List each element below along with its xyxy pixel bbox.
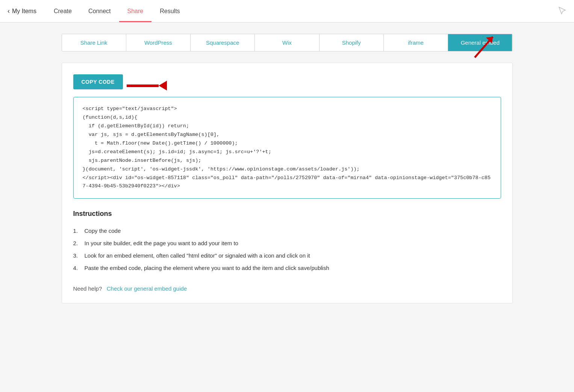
tab-share-link[interactable]: Share Link <box>62 34 126 51</box>
top-navigation: ‹ My Items Create Connect Share Results <box>0 0 574 23</box>
tab-wix[interactable]: Wix <box>255 34 319 51</box>
need-help-section: Need help? Check our general embed guide <box>73 285 501 292</box>
tabs-row: Share Link WordPress Squarespace Wix Sho… <box>62 34 513 51</box>
back-arrow-icon: ‹ <box>8 7 10 15</box>
copy-code-section: COPY CODE <box>73 74 501 97</box>
instructions-list: 1. Copy the code 2. In your site builder… <box>73 225 501 274</box>
copy-code-button[interactable]: COPY CODE <box>73 74 123 89</box>
list-item: 1. Copy the code <box>73 225 501 237</box>
cursor-icon <box>557 6 566 17</box>
back-to-my-items[interactable]: ‹ My Items <box>8 7 36 15</box>
nav-item-create[interactable]: Create <box>45 0 80 22</box>
embed-code-box: <script type="text/javascript"> (functio… <box>73 97 501 199</box>
tab-squarespace[interactable]: Squarespace <box>191 34 255 51</box>
nav-item-share[interactable]: Share <box>119 0 152 22</box>
left-arrow-annotation <box>127 81 167 90</box>
instructions-section: Instructions 1. Copy the code 2. In your… <box>73 210 501 274</box>
instructions-title: Instructions <box>73 210 501 218</box>
tab-shopify[interactable]: Shopify <box>320 34 384 51</box>
top-right-arrow-annotation <box>467 29 501 64</box>
list-item: 2. In your site builder, edit the page y… <box>73 237 501 249</box>
content-area: COPY CODE <script type="text/javascript"… <box>62 63 513 303</box>
back-label: My Items <box>12 8 36 15</box>
general-embed-guide-link[interactable]: Check our general embed guide <box>107 285 187 292</box>
nav-items: Create Connect Share Results <box>45 0 188 22</box>
main-content: Share Link WordPress Squarespace Wix Sho… <box>47 23 528 315</box>
nav-item-results[interactable]: Results <box>151 0 188 22</box>
list-item: 4. Paste the embed code, placing the ele… <box>73 262 501 274</box>
tab-iframe[interactable]: iframe <box>384 34 448 51</box>
need-help-label: Need help? <box>73 285 102 292</box>
nav-item-connect[interactable]: Connect <box>80 0 119 22</box>
list-item: 3. Look for an embed element, often call… <box>73 249 501 262</box>
tab-wordpress[interactable]: WordPress <box>126 34 191 51</box>
